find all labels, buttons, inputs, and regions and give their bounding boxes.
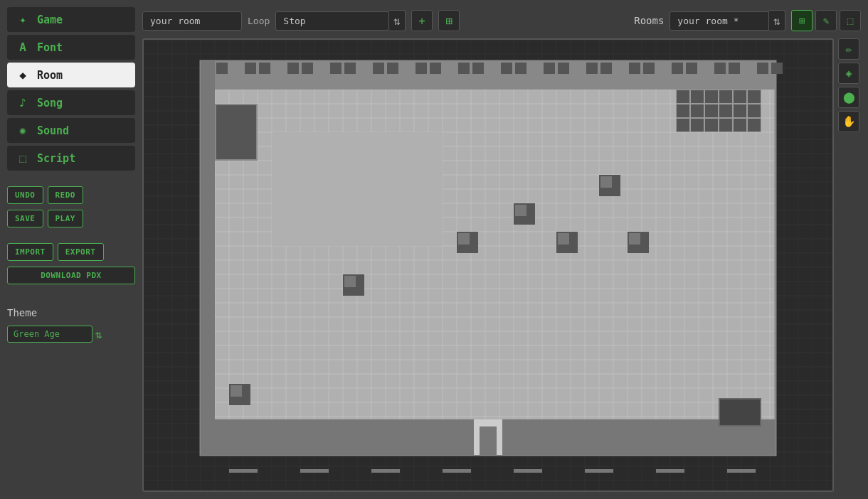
grid-tool-button[interactable]: ⊞ bbox=[791, 10, 813, 31]
sidebar-item-font[interactable]: A Font bbox=[7, 35, 135, 60]
sidebar-item-sound-label: Sound bbox=[37, 124, 69, 137]
main-area: Loop Stop Loop Once ⇅ + ⊞ Rooms your roo… bbox=[142, 7, 861, 492]
sidebar: ✦ Game A Font ◆ Room ♪ Song ✺ Sound ⬚ Sc… bbox=[7, 7, 135, 492]
theme-label: Theme bbox=[7, 307, 135, 318]
sidebar-item-game[interactable]: ✦ Game bbox=[7, 7, 135, 32]
hand-icon: ✋ bbox=[842, 115, 856, 128]
add-room-button[interactable]: + bbox=[411, 10, 433, 31]
play-button[interactable]: PLAY bbox=[48, 210, 84, 227]
rooms-label: Rooms bbox=[634, 15, 664, 26]
rooms-select-wrapper: your room * ⇅ bbox=[669, 10, 785, 31]
editor-wrapper: ✏ ◈ ⬤ ✋ bbox=[142, 38, 861, 492]
grid-view-button[interactable]: ⊞ bbox=[438, 10, 460, 31]
theme-arrows-icon: ⇅ bbox=[95, 328, 102, 341]
undo-redo-row: UNDO REDO bbox=[7, 186, 135, 204]
script-icon: ⬚ bbox=[16, 151, 30, 165]
sidebar-item-script[interactable]: ⬚ Script bbox=[7, 146, 135, 171]
loop-label: Loop bbox=[248, 16, 270, 26]
right-tools: ⊞ ✎ ⬚ bbox=[791, 10, 861, 31]
draw-tool-button[interactable]: ✏ bbox=[838, 38, 859, 60]
save-button[interactable]: SAVE bbox=[7, 210, 43, 227]
sprite-tool-icon: ⬚ bbox=[847, 15, 853, 26]
sound-icon: ✺ bbox=[16, 124, 30, 137]
rooms-arrows-button[interactable]: ⇅ bbox=[769, 10, 785, 31]
fill-icon: ⬤ bbox=[843, 91, 855, 104]
right-tool-panel: ✏ ◈ ⬤ ✋ bbox=[838, 38, 861, 492]
grid-icon: ⊞ bbox=[445, 14, 452, 28]
sprite-tool-button[interactable]: ⬚ bbox=[840, 10, 861, 31]
song-icon: ♪ bbox=[16, 96, 30, 109]
sidebar-item-song[interactable]: ♪ Song bbox=[7, 90, 135, 115]
download-button[interactable]: DOWNLOAD PDX bbox=[7, 267, 135, 284]
pencil-tool-icon: ✎ bbox=[823, 15, 829, 26]
sidebar-item-song-label: Song bbox=[37, 97, 63, 109]
pencil-tool-button[interactable]: ✎ bbox=[815, 10, 837, 31]
export-button[interactable]: EXPORT bbox=[58, 243, 104, 261]
draw-icon: ✏ bbox=[845, 43, 852, 55]
sidebar-item-font-label: Font bbox=[37, 41, 63, 54]
stamp-tool-button[interactable]: ◈ bbox=[838, 63, 859, 84]
import-button[interactable]: IMPORT bbox=[7, 243, 53, 261]
download-row: DOWNLOAD PDX bbox=[7, 267, 135, 284]
stamp-icon: ◈ bbox=[845, 67, 852, 80]
fill-tool-button[interactable]: ⬤ bbox=[838, 87, 859, 108]
sidebar-item-game-label: Game bbox=[37, 14, 63, 26]
grid-tool-icon: ⊞ bbox=[799, 15, 805, 26]
import-export-row: IMPORT EXPORT bbox=[7, 243, 135, 261]
sidebar-item-room-label: Room bbox=[37, 69, 63, 82]
theme-select-wrapper: Green Age ⇅ bbox=[7, 326, 135, 343]
font-icon: A bbox=[16, 41, 30, 54]
room-name-input[interactable] bbox=[142, 11, 242, 31]
theme-select[interactable]: Green Age bbox=[7, 326, 92, 343]
loop-select[interactable]: Stop Loop Once bbox=[275, 11, 389, 31]
hand-tool-button[interactable]: ✋ bbox=[838, 111, 859, 132]
sidebar-item-room[interactable]: ◆ Room bbox=[7, 63, 135, 87]
room-canvas[interactable] bbox=[144, 40, 832, 490]
loop-arrows-button[interactable]: ⇅ bbox=[389, 10, 406, 31]
room-icon: ◆ bbox=[16, 68, 30, 82]
sidebar-item-script-label: Script bbox=[37, 152, 75, 165]
redo-button[interactable]: REDO bbox=[48, 186, 84, 204]
game-icon: ✦ bbox=[16, 13, 30, 26]
canvas-area[interactable] bbox=[142, 38, 834, 492]
rooms-select[interactable]: your room * bbox=[669, 11, 769, 31]
toolbar: Loop Stop Loop Once ⇅ + ⊞ Rooms your roo… bbox=[142, 7, 861, 34]
loop-select-wrapper: Stop Loop Once ⇅ bbox=[275, 10, 406, 31]
undo-button[interactable]: UNDO bbox=[7, 186, 43, 204]
sidebar-item-sound[interactable]: ✺ Sound bbox=[7, 118, 135, 143]
save-play-row: SAVE PLAY bbox=[7, 210, 135, 227]
